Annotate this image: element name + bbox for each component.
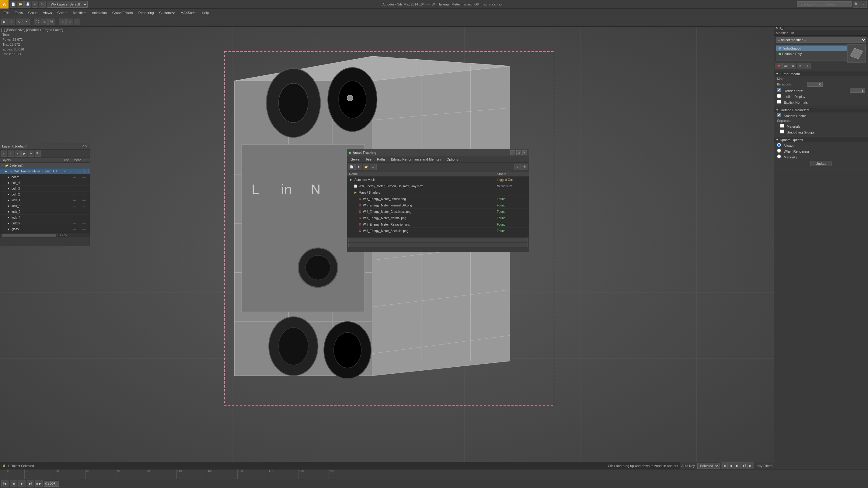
layer-check-box[interactable] — [84, 169, 89, 173]
layer-item-bolt2[interactable]: ■ bolt_2 — — — [0, 192, 90, 197]
asset-item-maps[interactable]: ▶ Maps / Shaders — [351, 189, 529, 196]
asset-menu-file[interactable]: File — [364, 157, 374, 162]
layer-item-bolt4[interactable]: ■ bolt_4 — — — [0, 180, 90, 186]
menu-rendering[interactable]: Rendering — [136, 10, 156, 15]
play-btn[interactable]: ▶ — [734, 462, 741, 469]
mod-copy-icon[interactable]: ⌫ — [782, 63, 789, 69]
asset-menu-options[interactable]: Options — [444, 157, 461, 162]
curve-editor-btn[interactable]: ∼ — [74, 19, 80, 25]
help-btn[interactable]: ? — [860, 1, 867, 8]
asset-menu-bitmap[interactable]: Bitmap Performance and Memory — [389, 157, 443, 162]
redo-btn[interactable]: ↪ — [39, 1, 45, 8]
always-radio[interactable] — [777, 143, 781, 147]
render-btn[interactable]: ☃ — [59, 19, 66, 25]
layer-panel-help[interactable]: ? — [82, 144, 84, 149]
turbosmooth-header[interactable]: ▼ TurboSmooth — [774, 71, 868, 76]
rotate-btn[interactable]: ↻ — [16, 19, 23, 25]
menu-customize[interactable]: Customize — [157, 10, 178, 15]
asset-menu-paths[interactable]: Paths — [374, 157, 388, 162]
layer-item-glass[interactable]: ■ glass — — — [0, 226, 90, 232]
asset-maximize-btn[interactable]: □ — [516, 150, 521, 155]
asset-tb-icon3[interactable]: 📂 — [363, 164, 369, 170]
angle-snap-btn[interactable]: ∢ — [41, 19, 48, 25]
asset-item-frensel[interactable]: 🖼 Wifi_Energy_Meter_FrenselIOR.png Found — [356, 202, 529, 208]
menu-edit[interactable]: Edit — [1, 10, 12, 15]
menu-views[interactable]: Views — [40, 10, 54, 15]
layer-item-lock2[interactable]: ■ lock_2 — — — [0, 209, 90, 215]
update-button[interactable]: Update — [810, 161, 832, 166]
layer-item-lock4[interactable]: ■ lock_4 — — — [0, 215, 90, 221]
layer-item-default[interactable]: ✓ 📁 0 (default) — — — [0, 163, 90, 168]
menu-animation[interactable]: Animation — [89, 10, 109, 15]
layer-panel-header[interactable]: Layer: 0 (default) ? ✕ — [0, 143, 90, 150]
asset-panel-header[interactable]: ■ Asset Tracking — □ ✕ — [347, 149, 529, 156]
layer-find-btn[interactable]: 🔍 — [35, 151, 41, 157]
asset-tb-icon2[interactable]: ■ — [355, 164, 362, 170]
layer-list[interactable]: ✓ 📁 0 (default) — — ▶ ■ Wifi_Energy_Mete… — [0, 163, 90, 233]
workspace-dropdown[interactable]: Workspace: Default — [47, 1, 88, 8]
asset-tb-icon6[interactable]: 🔍 — [522, 164, 528, 170]
scale-btn[interactable]: ‣ — [23, 19, 30, 25]
save-btn[interactable]: 💾 — [24, 1, 31, 8]
mod-up-icon[interactable]: ⇧ — [797, 63, 804, 69]
asset-item-refraction[interactable]: 🖼 Wifi_Energy_Meter_Refraction.png Found — [356, 221, 529, 228]
render-iters-checkbox[interactable] — [777, 88, 781, 92]
layer-scrollbar[interactable] — [2, 234, 56, 237]
layer-delete-btn[interactable]: ✕ — [8, 151, 14, 157]
search-input[interactable] — [797, 1, 851, 7]
last-frame-btn[interactable]: ▶| — [747, 462, 754, 469]
next-key-btn[interactable]: ▶| — [741, 462, 747, 469]
layer-move-btn[interactable]: ↝ — [28, 151, 34, 157]
menu-group[interactable]: Group — [26, 10, 40, 15]
search-btn[interactable]: 🔍 — [853, 1, 860, 8]
asset-tb-icon4[interactable]: ☰ — [370, 164, 377, 170]
menu-create[interactable]: Create — [55, 10, 70, 15]
layer-item-lock3[interactable]: ■ lock_3 — — — [0, 203, 90, 209]
materials-checkbox[interactable] — [780, 124, 784, 128]
menu-tools[interactable]: Tools — [12, 10, 25, 15]
layer-add-btn[interactable]: + — [14, 151, 21, 157]
asset-minimize-btn[interactable]: — — [510, 150, 515, 155]
asset-tb-icon5[interactable]: ⚙ — [514, 164, 521, 170]
timeline-prev-btn[interactable]: ◀ — [10, 480, 17, 487]
mod-pin-icon[interactable]: 📌 — [775, 63, 782, 69]
undo-btn[interactable]: ↩ — [32, 1, 38, 8]
snap-btn[interactable]: ⛶ — [34, 19, 40, 25]
layer-item-button[interactable]: ■ button — — — [0, 221, 90, 226]
mod-down-icon[interactable]: ⇩ — [804, 63, 811, 69]
asset-item-wifi-file[interactable]: 📄 Wifi_Energy_Meter_Turned_Off_max_vray.… — [351, 183, 529, 189]
asset-item-glossiness[interactable]: 🖼 Wifi_Energy_Meter_Glossiness.png Found — [356, 208, 529, 215]
timeline-last-btn[interactable]: ▶▶ — [35, 480, 42, 487]
smooth-result-checkbox[interactable] — [777, 113, 781, 117]
render-iters-input[interactable] — [850, 88, 865, 93]
open-btn[interactable]: 📂 — [17, 1, 24, 8]
select-btn[interactable]: ▶ — [1, 19, 8, 25]
layer-item-board[interactable]: ■ board — — — [0, 174, 90, 180]
surface-params-header[interactable]: ▼ Surface Parameters — [774, 108, 868, 112]
layer-item-lock1[interactable]: ■ lock_1 — — — [0, 197, 90, 203]
timeline-first-btn[interactable]: |◀ — [1, 480, 8, 487]
layer-select-btn[interactable]: ▶ — [21, 151, 27, 157]
move-btn[interactable]: ↕ — [8, 19, 15, 25]
asset-menu-server[interactable]: Server — [348, 157, 363, 162]
mod-delete-icon[interactable]: 🗑 — [789, 63, 796, 69]
manually-radio[interactable] — [777, 155, 781, 158]
layer-panel-close[interactable]: ✕ — [85, 144, 88, 149]
new-btn[interactable]: 📄 — [10, 1, 17, 8]
menu-graph-editors[interactable]: Graph Editors — [110, 10, 135, 15]
menu-modifiers[interactable]: Modifiers — [70, 10, 89, 15]
menu-help[interactable]: Help — [199, 10, 212, 15]
asset-scrollbar-h2[interactable] — [348, 243, 528, 247]
modifier-dropdown[interactable]: -- select modifier -- — [776, 37, 866, 43]
explicit-normals-checkbox[interactable] — [777, 100, 781, 104]
asset-item-vault[interactable]: ▶ Autodesk Vault Logged Out — [347, 177, 529, 183]
asset-tb-icon1[interactable]: 📄 — [348, 164, 355, 170]
menu-maxscript[interactable]: MAXScript — [178, 10, 199, 15]
asset-item-specular[interactable]: 🖼 Wifi_Energy_Meter_Specular.png Found — [356, 228, 529, 234]
timeline-track[interactable]: 0 10 30 50 70 90 110 130 150 170 190 210 — [0, 469, 868, 479]
percent-snap-btn[interactable]: % — [49, 19, 55, 25]
frame-input[interactable] — [44, 481, 59, 487]
when-rendering-radio[interactable] — [777, 149, 781, 153]
timeline-next-btn[interactable]: ▶| — [27, 480, 34, 487]
layer-new-btn[interactable]: □ — [1, 151, 7, 157]
